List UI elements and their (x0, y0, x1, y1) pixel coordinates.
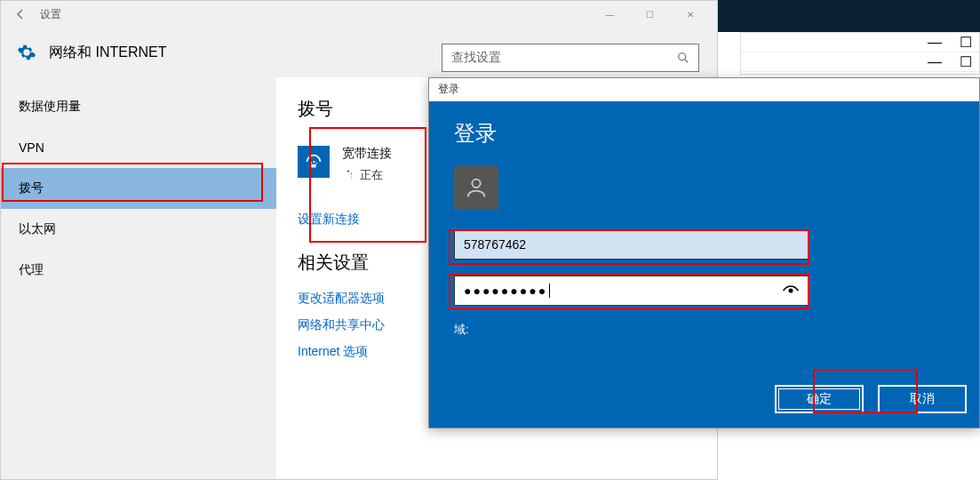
sidebar-item-ethernet[interactable]: 以太网 (1, 209, 276, 250)
ok-button[interactable]: 确定 (775, 385, 864, 413)
avatar-placeholder (454, 165, 498, 210)
settings-search[interactable]: 查找设置 (442, 44, 699, 72)
settings-sidebar: 数据使用量 VPN 拨号 以太网 代理 (1, 77, 276, 479)
password-input[interactable]: ●●●●●●●●● (454, 276, 809, 306)
connection-name: 宽带连接 (342, 146, 392, 162)
svg-point-7 (789, 289, 793, 293)
sidebar-item-data-usage[interactable]: 数据使用量 (1, 86, 276, 127)
gear-icon (17, 43, 36, 62)
maximize-button[interactable]: ☐ (630, 1, 670, 28)
login-dialog-title: 登录 (429, 78, 979, 101)
username-input[interactable]: 578767462 (454, 229, 809, 260)
svg-rect-2 (311, 164, 316, 168)
background-dark-strip (713, 0, 980, 32)
text-cursor (549, 284, 550, 298)
cancel-button[interactable]: 取消 (878, 385, 967, 413)
bg-max-icon: ☐ (960, 34, 972, 51)
svg-point-6 (472, 180, 480, 188)
background-window-controls: —☐ —☐ (740, 32, 980, 75)
connection-status: 正在 (342, 167, 392, 183)
svg-point-4 (351, 172, 353, 174)
username-value: 578767462 (464, 237, 526, 252)
login-heading: 登录 (454, 119, 954, 148)
search-placeholder: 查找设置 (451, 50, 501, 66)
svg-point-0 (679, 53, 686, 60)
user-icon (464, 175, 489, 200)
svg-point-5 (351, 177, 353, 179)
bg-max-icon-2: ☐ (960, 53, 972, 70)
settings-category-title: 网络和 INTERNET (49, 44, 166, 62)
login-dialog: 登录 登录 578767462 ●●●●●●●●● 域: 确定 取消 (428, 77, 980, 428)
sidebar-item-vpn[interactable]: VPN (1, 127, 276, 168)
reveal-password-icon[interactable] (782, 284, 800, 297)
close-button[interactable]: ✕ (670, 1, 710, 28)
sidebar-item-dialup[interactable]: 拨号 (1, 168, 276, 209)
search-icon (677, 52, 689, 64)
bg-min-icon: — (928, 35, 942, 51)
loading-spinner-icon (342, 169, 355, 181)
settings-titlebar: 设置 — ☐ ✕ (1, 1, 717, 28)
settings-window-title: 设置 (40, 7, 590, 22)
dialup-icon (298, 146, 330, 178)
back-button[interactable] (8, 4, 33, 24)
svg-line-1 (685, 60, 689, 63)
password-value: ●●●●●●●●● (464, 284, 547, 298)
svg-point-3 (347, 171, 349, 172)
domain-label: 域: (454, 322, 954, 338)
bg-min-icon-2: — (928, 54, 942, 70)
back-arrow-icon (13, 7, 28, 21)
minimize-button[interactable]: — (590, 1, 630, 28)
sidebar-item-proxy[interactable]: 代理 (1, 250, 276, 291)
